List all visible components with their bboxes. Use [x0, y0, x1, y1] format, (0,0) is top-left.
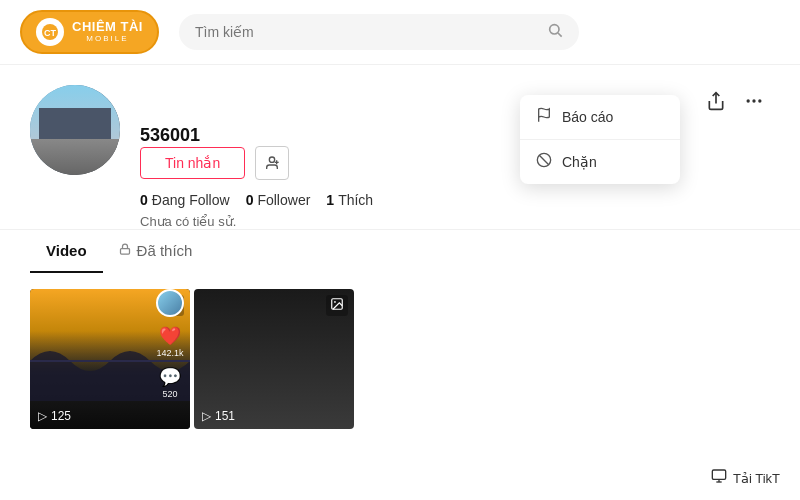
svg-rect-14 — [120, 249, 129, 255]
tabs-section: Video Đã thích — [0, 229, 800, 273]
play-count-1: 125 — [51, 409, 71, 423]
download-icon — [711, 468, 727, 488]
follow-add-button[interactable] — [255, 146, 289, 180]
video-grid: ❤️ 142.1k 💬 520 ▷ 125 ▷ 151 — [0, 273, 800, 445]
avatar — [30, 85, 120, 175]
following-stat: 0 Đang Follow — [140, 192, 230, 208]
lock-icon — [119, 243, 131, 258]
play-icon-2: ▷ — [202, 409, 211, 423]
side-avatar — [156, 289, 184, 317]
svg-point-7 — [758, 99, 761, 102]
more-button[interactable] — [738, 85, 770, 117]
followers-count: 0 — [246, 192, 254, 208]
download-label: Tải TikT — [733, 471, 780, 486]
tab-video-label: Video — [46, 242, 87, 259]
likes-stat: 1 Thích — [326, 192, 373, 208]
comment-icon: 💬 — [159, 366, 181, 388]
stats-row: 0 Đang Follow 0 Follower 1 Thích — [140, 192, 770, 208]
logo-icon: CT — [36, 18, 64, 46]
comment-action[interactable]: 💬 520 — [159, 366, 181, 399]
play-icon-1: ▷ — [38, 409, 47, 423]
search-icon — [547, 22, 563, 42]
share-button[interactable] — [700, 85, 732, 117]
logo-text: CHIÊM TÀI MOBILE — [72, 20, 143, 43]
logo[interactable]: CT CHIÊM TÀI MOBILE — [20, 10, 159, 54]
dropdown-menu: Báo cáo Chặn — [520, 95, 680, 184]
video-2-image-icon — [326, 295, 348, 316]
profile-header: 536001 Tin nhắn 0 Đang Follow 0 Follow — [0, 65, 800, 229]
comment-count: 520 — [162, 389, 177, 399]
followers-label: Follower — [257, 192, 310, 208]
svg-rect-20 — [712, 470, 725, 479]
report-icon — [536, 107, 552, 127]
svg-line-13 — [539, 155, 548, 164]
svg-point-5 — [747, 99, 750, 102]
tab-video[interactable]: Video — [30, 230, 103, 273]
report-menu-item[interactable]: Báo cáo — [520, 95, 680, 139]
tab-liked-label: Đã thích — [137, 242, 193, 259]
bio-text: Chưa có tiểu sử. — [140, 214, 770, 229]
video-card-1[interactable]: ❤️ 142.1k 💬 520 ▷ 125 — [30, 289, 190, 429]
svg-text:CT: CT — [44, 28, 56, 38]
video-2-play: ▷ 151 — [202, 409, 235, 423]
search-bar[interactable] — [179, 14, 579, 50]
play-count-2: 151 — [215, 409, 235, 423]
video-1-play: ▷ 125 — [38, 409, 71, 423]
logo-title: CHIÊM TÀI — [72, 20, 143, 34]
likes-count: 1 — [326, 192, 334, 208]
header: CT CHIÊM TÀI MOBILE — [0, 0, 800, 65]
likes-label: Thích — [338, 192, 373, 208]
search-input[interactable] — [195, 24, 539, 40]
report-label: Báo cáo — [562, 109, 613, 125]
svg-point-8 — [270, 157, 275, 162]
block-label: Chặn — [562, 154, 597, 170]
video-card-2[interactable]: ▷ 151 — [194, 289, 354, 429]
following-count: 0 — [140, 192, 148, 208]
tab-liked[interactable]: Đã thích — [103, 230, 209, 273]
heart-icon: ❤️ — [159, 325, 181, 347]
svg-point-2 — [550, 25, 559, 34]
svg-point-19 — [334, 301, 336, 303]
like-action[interactable]: ❤️ 142.1k — [156, 325, 183, 358]
block-menu-item[interactable]: Chặn — [520, 140, 680, 184]
message-button[interactable]: Tin nhắn — [140, 147, 245, 179]
heart-count: 142.1k — [156, 348, 183, 358]
logo-subtitle: MOBILE — [72, 35, 143, 44]
following-label: Đang Follow — [152, 192, 230, 208]
bottom-bar: Tải TikT — [711, 468, 780, 488]
svg-point-6 — [752, 99, 755, 102]
followers-stat: 0 Follower — [246, 192, 311, 208]
block-icon — [536, 152, 552, 172]
video-side-actions: ❤️ 142.1k 💬 520 — [156, 289, 184, 399]
svg-line-3 — [558, 33, 562, 37]
